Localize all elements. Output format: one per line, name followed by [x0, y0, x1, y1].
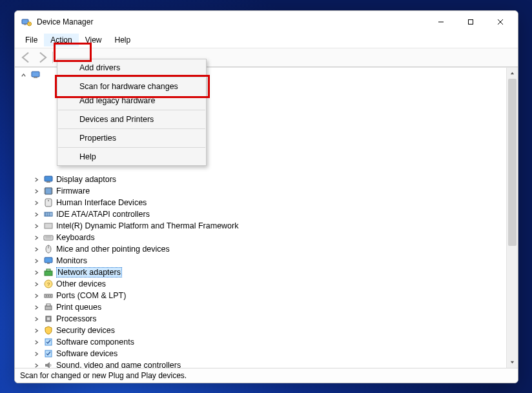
tree-item-label: Mice and other pointing devices	[56, 245, 170, 254]
tree-item[interactable]: Firmware	[17, 185, 518, 197]
tree-item[interactable]: ?Other devices	[17, 278, 518, 290]
expand-icon[interactable]	[32, 338, 41, 347]
nav-back-button[interactable]	[19, 50, 34, 65]
menu-devices-printers[interactable]: Devices and Printers	[57, 112, 206, 126]
window-title: Device Manager	[37, 17, 426, 26]
scrollbar-track[interactable]	[507, 79, 518, 357]
expand-icon[interactable]	[32, 233, 41, 242]
sound-icon	[43, 360, 54, 368]
scrollbar-thumb[interactable]	[508, 79, 517, 246]
toolbar-separator	[52, 52, 53, 63]
titlebar: Device Manager	[15, 11, 518, 32]
collapse-icon[interactable]	[19, 70, 28, 79]
tree-item-label: Processors	[56, 314, 97, 323]
tree-item[interactable]: Ports (COM & LPT)	[17, 290, 518, 301]
expand-icon[interactable]	[32, 303, 41, 312]
device-manager-window: Device Manager File Action View Help Add…	[14, 10, 518, 383]
svg-rect-32	[47, 263, 50, 264]
tree-item[interactable]: Software components	[17, 336, 518, 348]
expand-icon[interactable]	[32, 245, 41, 254]
expand-icon[interactable]	[32, 279, 41, 288]
tree-item[interactable]: Human Interface Devices	[17, 197, 518, 208]
expand-icon[interactable]	[32, 186, 41, 196]
svg-rect-41	[45, 306, 52, 310]
expand-icon[interactable]	[32, 326, 41, 335]
app-icon	[21, 17, 32, 27]
expand-icon[interactable]	[32, 314, 41, 323]
tree-item-label: Print queues	[56, 303, 101, 312]
tree-item[interactable]: Intel(R) Dynamic Platform and Thermal Fr…	[17, 220, 518, 232]
menu-properties[interactable]: Properties	[57, 131, 206, 145]
tree-item[interactable]: Print queues	[17, 301, 518, 313]
menu-help[interactable]: Help	[108, 34, 138, 46]
svg-rect-25	[45, 223, 52, 228]
svg-rect-5	[469, 19, 473, 24]
svg-point-39	[48, 296, 49, 297]
menu-help-item[interactable]: Help	[57, 150, 206, 164]
close-button[interactable]	[486, 11, 515, 32]
tree-item-label: Software devices	[56, 349, 118, 358]
svg-rect-33	[45, 271, 52, 276]
chip-icon	[43, 186, 54, 196]
menu-separator	[58, 77, 205, 77]
menu-scan-hardware[interactable]: Scan for hardware changes	[57, 79, 206, 94]
mouse-icon	[43, 244, 54, 254]
svg-rect-8	[32, 72, 39, 77]
expand-icon[interactable]	[32, 175, 41, 184]
svg-rect-34	[46, 269, 50, 271]
menu-file[interactable]: File	[19, 34, 44, 46]
tree-item-label: Other devices	[56, 279, 106, 288]
tree-item-label: Human Interface Devices	[56, 198, 147, 207]
tree-item[interactable]: Keyboards	[17, 232, 518, 243]
svg-rect-3	[29, 23, 30, 24]
svg-point-40	[50, 296, 51, 297]
menu-add-drivers[interactable]: Add drivers	[57, 61, 206, 75]
tree-item-label: Firmware	[56, 186, 90, 196]
network-icon	[43, 267, 54, 277]
security-icon	[43, 325, 54, 336]
tree-item[interactable]: Monitors	[17, 255, 518, 267]
expand-icon[interactable]	[32, 198, 41, 207]
menu-separator	[58, 128, 205, 129]
menu-separator	[58, 147, 205, 148]
svg-rect-31	[45, 257, 52, 263]
scroll-up-icon[interactable]	[507, 68, 518, 79]
tree-item-label: Ports (COM & LPT)	[56, 291, 126, 300]
software-icon	[43, 348, 54, 359]
menubar: File Action View Help	[15, 32, 518, 48]
tree-item[interactable]: Mice and other pointing devices	[17, 243, 518, 255]
expand-icon[interactable]	[32, 361, 41, 368]
tree-item[interactable]: Network adapters	[17, 267, 518, 278]
status-text: Scan for changed or new Plug and Play de…	[20, 371, 187, 380]
tree-item[interactable]: Processors	[17, 313, 518, 325]
tree-item[interactable]: Display adaptors	[17, 174, 518, 185]
expand-icon[interactable]	[32, 349, 41, 358]
menu-add-legacy[interactable]: Add legacy hardware	[57, 94, 206, 108]
expand-icon[interactable]	[32, 268, 41, 277]
port-icon	[43, 290, 54, 301]
expand-icon[interactable]	[32, 256, 41, 265]
display-icon	[43, 174, 54, 185]
keyboard-icon	[43, 232, 54, 243]
maximize-button[interactable]	[456, 11, 486, 32]
expand-icon[interactable]	[32, 291, 41, 300]
tree-item-label: Monitors	[56, 256, 87, 265]
svg-rect-42	[46, 304, 50, 306]
vertical-scrollbar[interactable]	[506, 68, 518, 368]
tree-item-label: Keyboards	[56, 233, 95, 242]
expand-icon[interactable]	[32, 210, 41, 219]
minimize-button[interactable]	[426, 11, 456, 32]
tree-item[interactable]: IDE ATA/ATAPI controllers	[17, 208, 518, 220]
menu-action[interactable]: Action	[44, 34, 78, 46]
menu-view[interactable]: View	[79, 34, 108, 46]
tree-item[interactable]: Security devices	[17, 325, 518, 336]
tree-item[interactable]: Sound, video and game controllers	[17, 359, 518, 368]
nav-forward-button[interactable]	[34, 50, 50, 65]
action-menu-dropdown: Add drivers Scan for hardware changes Ad…	[57, 59, 207, 166]
tree-item-label: Security devices	[56, 326, 115, 335]
svg-rect-1	[24, 24, 26, 25]
tree-item[interactable]: Software devices	[17, 348, 518, 359]
scroll-down-icon[interactable]	[507, 357, 518, 368]
expand-icon[interactable]	[32, 221, 41, 230]
cpu-icon	[43, 314, 54, 324]
